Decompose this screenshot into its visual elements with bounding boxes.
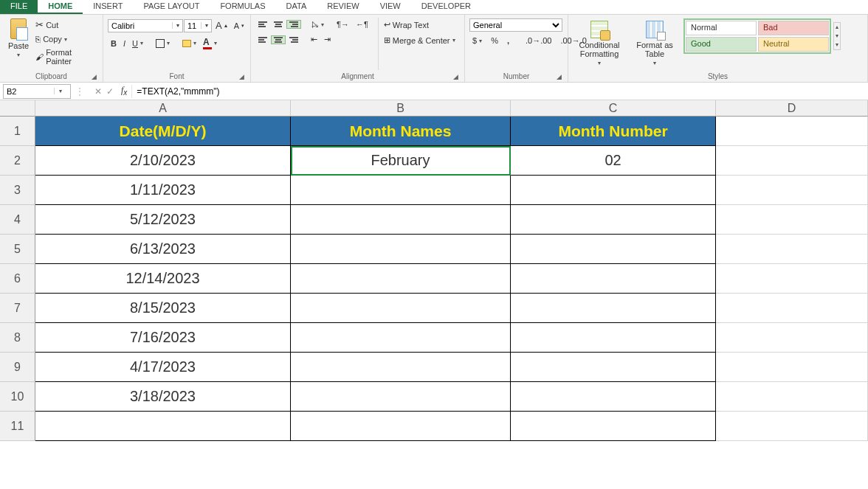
style-good[interactable]: Good	[686, 37, 757, 52]
borders-button[interactable]: ▾	[153, 38, 173, 49]
accounting-format-button[interactable]: $▾	[469, 35, 485, 46]
wrap-text-button[interactable]: ↩Wrap Text	[381, 18, 458, 31]
cell-B2[interactable]: February	[291, 146, 511, 176]
cell-A2[interactable]: 2/10/2023	[35, 146, 291, 176]
style-bad[interactable]: Bad	[758, 21, 829, 35]
cell-C3[interactable]	[511, 176, 716, 205]
font-dialog-launcher[interactable]: ◢	[239, 73, 244, 80]
align-left-button[interactable]	[255, 35, 270, 44]
font-size-input[interactable]	[185, 20, 201, 32]
cell-A9[interactable]: 4/17/2023	[35, 353, 291, 382]
enter-formula-button[interactable]: ✓	[106, 86, 114, 97]
more-icon[interactable]: ▾	[834, 41, 840, 49]
clipboard-dialog-launcher[interactable]: ◢	[92, 73, 97, 80]
cell-C4[interactable]	[511, 205, 716, 235]
cell-A4[interactable]: 5/12/2023	[35, 205, 291, 235]
cell-B7[interactable]	[291, 294, 511, 323]
paste-button[interactable]: Paste ▾	[4, 16, 32, 72]
row-header[interactable]: 11	[0, 412, 35, 441]
decrease-indent-button[interactable]: ⇤	[308, 33, 320, 46]
comma-format-button[interactable]: ,	[504, 35, 512, 46]
row-header[interactable]: 3	[0, 176, 35, 205]
cell-A3[interactable]: 1/11/2023	[35, 176, 291, 205]
number-dialog-launcher[interactable]: ◢	[557, 73, 562, 80]
tab-file[interactable]: FILE	[0, 0, 38, 14]
cell-B10[interactable]	[291, 382, 511, 412]
align-right-button[interactable]	[286, 35, 301, 44]
style-normal[interactable]: Normal	[686, 21, 757, 35]
orientation-button[interactable]: ⦮▾	[308, 18, 327, 30]
align-middle-button[interactable]	[271, 20, 286, 29]
cell-B9[interactable]	[291, 353, 511, 382]
cell-D3[interactable]	[716, 176, 868, 205]
formula-input[interactable]	[131, 85, 868, 98]
fill-color-button[interactable]: ▾	[179, 38, 199, 49]
bold-button[interactable]: B	[108, 38, 120, 49]
cell-A11[interactable]	[35, 412, 291, 441]
ltr-button[interactable]: ¶→	[334, 18, 352, 30]
merge-center-button[interactable]: ⊞Merge & Center▾	[381, 34, 458, 46]
cell-D9[interactable]	[716, 353, 868, 382]
cell-B4[interactable]	[291, 205, 511, 235]
cut-button[interactable]: ✂Cut	[32, 18, 98, 32]
chevron-down-icon[interactable]: ▾	[834, 32, 840, 41]
cell-C8[interactable]	[511, 323, 716, 353]
alignment-dialog-launcher[interactable]: ◢	[453, 73, 458, 80]
number-format-select[interactable]: General	[469, 18, 562, 32]
cell-D2[interactable]	[716, 146, 868, 176]
cell-B8[interactable]	[291, 323, 511, 353]
row-header[interactable]: 1	[0, 117, 35, 146]
cell-D10[interactable]	[716, 382, 868, 412]
cell-C2[interactable]: 02	[511, 146, 716, 176]
font-color-button[interactable]: A▾	[200, 35, 220, 51]
cell-C10[interactable]	[511, 382, 716, 412]
chevron-down-icon[interactable]: ▾	[172, 22, 182, 29]
row-header[interactable]: 9	[0, 353, 35, 382]
cell-A7[interactable]: 8/15/2023	[35, 294, 291, 323]
row-header[interactable]: 7	[0, 294, 35, 323]
row-header[interactable]: 2	[0, 146, 35, 176]
italic-button[interactable]: I	[120, 38, 128, 49]
tab-view[interactable]: VIEW	[370, 0, 411, 14]
cell-C11[interactable]	[511, 412, 716, 441]
conditional-formatting-button[interactable]: Conditional Formatting▾	[573, 18, 626, 69]
select-all-corner[interactable]	[0, 100, 35, 117]
chevron-up-icon[interactable]: ▴	[834, 23, 840, 32]
rtl-button[interactable]: ←¶	[353, 18, 371, 30]
row-header[interactable]: 10	[0, 382, 35, 412]
cell-B11[interactable]	[291, 412, 511, 441]
fx-icon[interactable]: fx	[121, 85, 127, 97]
cell-D6[interactable]	[716, 264, 868, 294]
tab-home[interactable]: HOME	[38, 0, 83, 14]
col-header-b[interactable]: B	[291, 100, 511, 117]
cell-A10[interactable]: 3/18/2023	[35, 382, 291, 412]
cell-C6[interactable]	[511, 264, 716, 294]
cell-A8[interactable]: 7/16/2023	[35, 323, 291, 353]
cell-C5[interactable]	[511, 235, 716, 264]
cell-C7[interactable]	[511, 294, 716, 323]
cell-C1[interactable]: Month Number	[511, 117, 716, 146]
font-size-combo[interactable]: ▾	[184, 19, 212, 32]
tab-insert[interactable]: INSERT	[83, 0, 133, 14]
percent-format-button[interactable]: %	[488, 35, 501, 46]
row-header[interactable]: 4	[0, 205, 35, 235]
tab-developer[interactable]: DEVELOPER	[411, 0, 481, 14]
align-center-button[interactable]	[271, 35, 286, 44]
col-header-c[interactable]: C	[511, 100, 716, 117]
tab-formulas[interactable]: FORMULAS	[210, 0, 275, 14]
row-header[interactable]: 6	[0, 264, 35, 294]
format-painter-button[interactable]: 🖌Format Painter	[32, 46, 98, 67]
name-box[interactable]: ▾	[3, 84, 71, 99]
increase-decimal-button[interactable]: .0→.00	[523, 35, 554, 46]
name-box-input[interactable]	[4, 87, 54, 96]
format-as-table-button[interactable]: Format as Table▾	[630, 18, 679, 69]
cell-B5[interactable]	[291, 235, 511, 264]
increase-indent-button[interactable]: ⇥	[321, 33, 334, 46]
row-header[interactable]: 8	[0, 323, 35, 353]
col-header-a[interactable]: A	[35, 100, 291, 117]
tab-page-layout[interactable]: PAGE LAYOUT	[133, 0, 210, 14]
row-header[interactable]: 5	[0, 235, 35, 264]
cell-D8[interactable]	[716, 323, 868, 353]
col-header-d[interactable]: D	[716, 100, 868, 117]
cell-A6[interactable]: 12/14/2023	[35, 264, 291, 294]
